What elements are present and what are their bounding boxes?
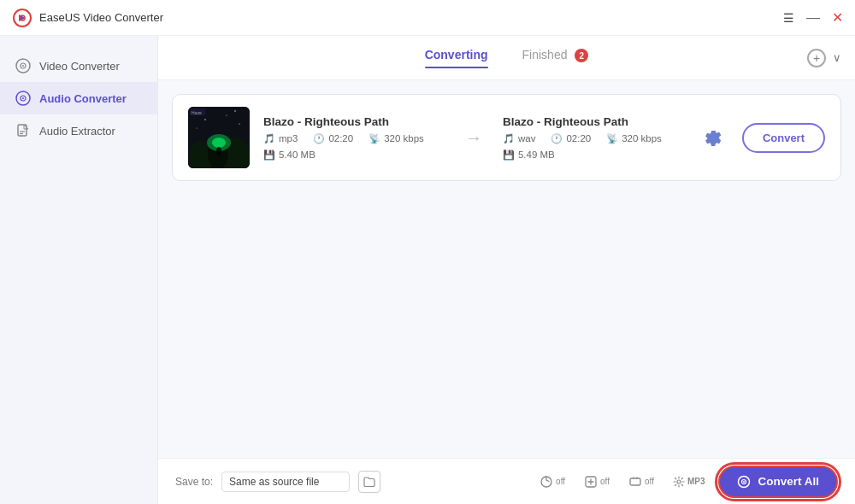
svg-rect-27	[630, 478, 640, 485]
title-bar: EaseUS Video Converter ☰ — ✕	[0, 0, 855, 36]
content-area: Converting Finished 2 + ∨	[158, 36, 855, 504]
source-size: 5.40 MB	[279, 149, 315, 160]
svg-point-22	[216, 147, 221, 155]
arrow-right-icon: →	[465, 128, 482, 148]
svg-point-28	[677, 480, 681, 483]
source-size-item: 💾 5.40 MB	[263, 149, 315, 161]
source-bitrate-item: 📡 320 kbps	[369, 133, 424, 144]
source-file-meta: 🎵 mp3 🕐 02:20 📡 320 kbps 💾	[263, 133, 445, 161]
tool3-icon	[628, 475, 642, 489]
svg-text:Haze: Haze	[192, 110, 202, 115]
sidebar-item-audio-extractor[interactable]: Audio Extractor	[0, 114, 157, 147]
tabs: Converting Finished 2	[425, 48, 589, 67]
sidebar-item-audio-converter-label: Audio Converter	[39, 92, 127, 105]
output-size-icon: 💾	[503, 149, 515, 161]
source-duration: 02:20	[328, 133, 353, 144]
settings-button[interactable]	[698, 122, 728, 153]
format-icon: 🎵	[263, 133, 275, 144]
menu-button[interactable]: ☰	[783, 12, 794, 24]
output-format: wav	[518, 133, 535, 144]
thumbnail-image: Haze	[188, 107, 250, 168]
title-bar-left: EaseUS Video Converter	[12, 8, 163, 28]
convert-all-icon	[737, 475, 751, 489]
bottom-tools: off off off	[534, 466, 838, 498]
bitrate-icon: 📡	[369, 133, 380, 144]
folder-button[interactable]	[358, 471, 380, 493]
minimize-button[interactable]: —	[806, 11, 820, 25]
source-format: mp3	[279, 133, 298, 144]
output-file-info: Blazo - Righteous Path 🎵 wav 🕐 02:20 📡	[503, 115, 684, 161]
size-icon: 💾	[263, 149, 275, 161]
svg-point-7	[22, 97, 24, 99]
output-bitrate: 320 kbps	[622, 133, 662, 144]
output-format-item: 🎵 wav	[503, 133, 535, 144]
add-tab-button[interactable]: +	[807, 49, 826, 67]
app-logo-icon	[12, 8, 32, 28]
save-to-label: Save to:	[175, 476, 213, 488]
chevron-down-icon[interactable]: ∨	[833, 51, 841, 64]
sidebar-item-audio-extractor-label: Audio Extractor	[39, 125, 115, 138]
video-converter-icon	[15, 58, 31, 73]
output-file-name: Blazo - Righteous Path	[503, 115, 684, 128]
tab-converting[interactable]: Converting	[425, 48, 488, 67]
sidebar-item-video-converter-label: Video Converter	[39, 60, 120, 73]
svg-point-20	[197, 128, 198, 129]
sidebar-item-audio-converter[interactable]: Audio Converter	[0, 82, 157, 114]
svg-point-19	[239, 123, 239, 124]
output-format-icon: 🎵	[503, 133, 515, 144]
tab-finished[interactable]: Finished 2	[522, 48, 589, 67]
svg-point-16	[212, 138, 226, 148]
tool1-icon	[540, 475, 553, 489]
gear-icon	[704, 128, 722, 147]
svg-point-4	[22, 65, 24, 67]
settings-small-icon	[673, 476, 685, 488]
output-file-meta: 🎵 wav 🕐 02:20 📡 320 kbps 💾	[503, 133, 684, 161]
output-bitrate-icon: 📡	[606, 133, 618, 144]
tool-button-1[interactable]: off	[534, 472, 570, 492]
output-bitrate-item: 📡 320 kbps	[606, 133, 662, 144]
app-title: EaseUS Video Converter	[39, 11, 163, 24]
source-duration-item: 🕐 02:20	[313, 133, 353, 144]
output-clock-icon: 🕐	[551, 133, 563, 144]
output-duration: 02:20	[566, 133, 591, 144]
main-layout: Video Converter Audio Converter Audio Ex…	[0, 36, 855, 504]
convert-button[interactable]: Convert	[742, 123, 825, 153]
svg-point-21	[234, 110, 236, 112]
tool-button-3[interactable]: off	[623, 472, 659, 492]
output-size-item: 💾 5.49 MB	[503, 149, 555, 161]
tab-bar-actions: + ∨	[807, 49, 841, 67]
svg-point-17	[204, 119, 206, 120]
bottom-bar: Save to: Same as source file off	[158, 458, 855, 504]
output-duration-item: 🕐 02:20	[551, 133, 591, 144]
sidebar: Video Converter Audio Converter Audio Ex…	[0, 36, 158, 504]
file-list-area: Haze Blazo - Righteous Path 🎵 mp3 🕐 02:2…	[158, 80, 855, 458]
clock-icon: 🕐	[313, 133, 325, 144]
svg-point-31	[743, 481, 745, 483]
tool2-icon	[584, 475, 598, 489]
format-settings-button[interactable]: MP3	[668, 472, 711, 491]
source-file-info: Blazo - Righteous Path 🎵 mp3 🕐 02:20 📡	[263, 115, 445, 161]
tool-button-2[interactable]: off	[579, 472, 615, 492]
output-size: 5.49 MB	[518, 149, 555, 160]
close-button[interactable]: ✕	[832, 11, 843, 25]
svg-point-18	[226, 114, 227, 115]
finished-badge: 2	[575, 49, 588, 62]
title-bar-controls: ☰ — ✕	[783, 11, 843, 25]
file-thumbnail: Haze	[188, 107, 250, 168]
file-card: Haze Blazo - Righteous Path 🎵 mp3 🕐 02:2…	[172, 94, 841, 181]
source-bitrate: 320 kbps	[384, 133, 424, 144]
convert-all-button[interactable]: Convert All	[718, 466, 838, 498]
source-file-name: Blazo - Righteous Path	[263, 115, 445, 128]
save-to-select[interactable]: Same as source file	[221, 472, 350, 492]
folder-icon	[363, 477, 375, 487]
tab-bar: Converting Finished 2 + ∨	[158, 36, 855, 80]
sidebar-item-video-converter[interactable]: Video Converter	[0, 50, 157, 82]
convert-all-label: Convert All	[758, 475, 819, 488]
source-format-item: 🎵 mp3	[263, 133, 298, 144]
audio-converter-icon	[15, 91, 31, 106]
arrow-column: →	[458, 128, 489, 148]
audio-extractor-icon	[15, 123, 31, 138]
